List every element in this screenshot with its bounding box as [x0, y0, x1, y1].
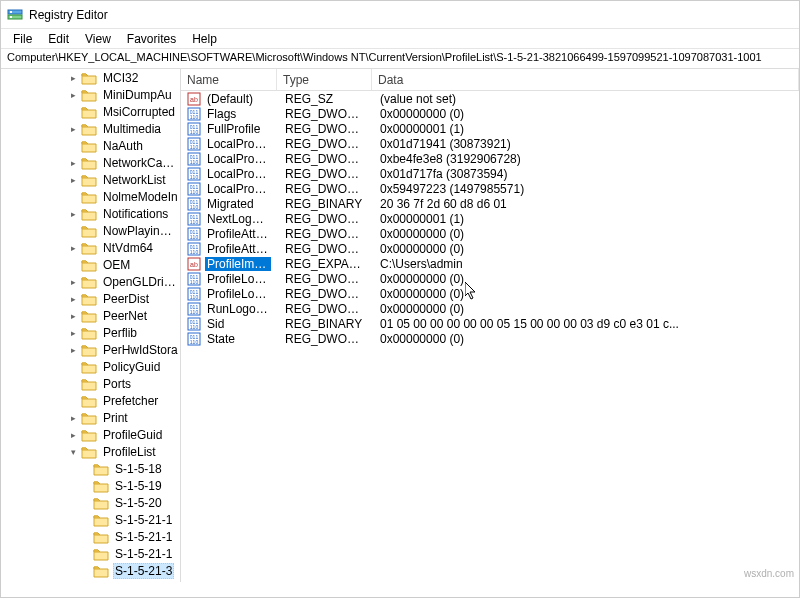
tree-item[interactable]: Prefetcher	[7, 392, 180, 409]
tree-item[interactable]: S-1-5-20	[7, 494, 180, 511]
tree-item[interactable]: S-1-5-18	[7, 460, 180, 477]
tree-item[interactable]: ▸ProfileNotifica	[7, 579, 180, 582]
chevron-icon[interactable]: ▾	[67, 446, 79, 458]
value-type: REG_SZ	[283, 92, 335, 106]
chevron-icon[interactable]: ▸	[67, 89, 79, 101]
menu-file[interactable]: File	[5, 30, 40, 48]
tree-item[interactable]: PolicyGuid	[7, 358, 180, 375]
tree-item[interactable]: NowPlayingSe	[7, 222, 180, 239]
chevron-icon	[79, 480, 91, 492]
value-row[interactable]: 011110StateREG_DWORD0x00000000 (0)	[181, 331, 799, 346]
tree-item[interactable]: NaAuth	[7, 137, 180, 154]
column-header-type[interactable]: Type	[277, 69, 372, 90]
value-name: Migrated	[205, 197, 256, 211]
chevron-icon[interactable]: ▸	[67, 208, 79, 220]
tree-item-label: Ports	[101, 377, 133, 391]
tree-item[interactable]: ▸MiniDumpAu	[7, 86, 180, 103]
value-row[interactable]: 011110ProfileAttempte...REG_DWORD0x00000…	[181, 226, 799, 241]
value-name: ProfileImagePath	[205, 257, 271, 271]
tree-item[interactable]: S-1-5-19	[7, 477, 180, 494]
value-row[interactable]: 011110FullProfileREG_DWORD0x00000001 (1)	[181, 121, 799, 136]
value-type: REG_DWORD	[283, 287, 366, 301]
column-header-name[interactable]: Name	[181, 69, 277, 90]
menu-help[interactable]: Help	[184, 30, 225, 48]
tree-item[interactable]: ▸NtVdm64	[7, 239, 180, 256]
tree-item[interactable]: OEM	[7, 256, 180, 273]
value-row[interactable]: ab(Default)REG_SZ(value not set)	[181, 91, 799, 106]
chevron-icon[interactable]: ▸	[67, 412, 79, 424]
value-row[interactable]: 011110RunLogonScript...REG_DWORD0x000000…	[181, 301, 799, 316]
tree-item[interactable]: S-1-5-21-1	[7, 545, 180, 562]
tree-item[interactable]: ▸Print	[7, 409, 180, 426]
value-type: REG_DWORD	[283, 302, 366, 316]
chevron-icon[interactable]: ▸	[67, 123, 79, 135]
value-name: LocalProfileLoa...	[205, 137, 271, 151]
tree-item[interactable]: Ports	[7, 375, 180, 392]
tree-item[interactable]: ▸PerHwIdStora	[7, 341, 180, 358]
horizontal-scrollbar[interactable]	[1, 582, 799, 598]
chevron-icon	[67, 106, 79, 118]
value-row[interactable]: 011110ProfileLoadTime...REG_DWORD0x00000…	[181, 286, 799, 301]
chevron-icon[interactable]: ▸	[67, 327, 79, 339]
tree-item[interactable]: ▸PeerNet	[7, 307, 180, 324]
tree-item[interactable]: ▸NetworkList	[7, 171, 180, 188]
value-name: RunLogonScript...	[205, 302, 271, 316]
value-row[interactable]: 011110LocalProfileLoa...REG_DWORD0xbe4fe…	[181, 151, 799, 166]
tree-item[interactable]: NolmeModeIn	[7, 188, 180, 205]
tree-item[interactable]: ▸MCI32	[7, 69, 180, 86]
chevron-icon[interactable]: ▸	[67, 157, 79, 169]
value-row[interactable]: 011110MigratedREG_BINARY20 36 7f 2d 60 d…	[181, 196, 799, 211]
value-name: NextLogonCach...	[205, 212, 271, 226]
value-data: (value not set)	[378, 92, 458, 106]
address-bar[interactable]: Computer\HKEY_LOCAL_MACHINE\SOFTWARE\Mic…	[1, 49, 799, 69]
tree-item[interactable]: S-1-5-21-3	[7, 562, 180, 579]
chevron-icon[interactable]: ▸	[67, 582, 79, 583]
menu-favorites[interactable]: Favorites	[119, 30, 184, 48]
value-row[interactable]: abProfileImagePathREG_EXPAND_SZC:\Users\…	[181, 256, 799, 271]
tree-item[interactable]: ▾ProfileList	[7, 443, 180, 460]
chevron-icon	[67, 191, 79, 203]
chevron-icon[interactable]: ▸	[67, 242, 79, 254]
svg-text:110: 110	[190, 249, 199, 255]
chevron-icon	[79, 497, 91, 509]
value-type: REG_DWORD	[283, 152, 366, 166]
tree-item[interactable]: S-1-5-21-1	[7, 511, 180, 528]
value-row[interactable]: 011110LocalProfileLoa...REG_DWORD0x01d71…	[181, 136, 799, 151]
chevron-icon[interactable]: ▸	[67, 174, 79, 186]
chevron-icon[interactable]: ▸	[67, 429, 79, 441]
tree-item[interactable]: ▸NetworkCards	[7, 154, 180, 171]
chevron-icon[interactable]: ▸	[67, 344, 79, 356]
value-row[interactable]: 011110ProfileLoadTime...REG_DWORD0x00000…	[181, 271, 799, 286]
menu-edit[interactable]: Edit	[40, 30, 77, 48]
tree-panel[interactable]: ▸MCI32▸MiniDumpAuMsiCorrupted▸Multimedia…	[1, 69, 181, 582]
value-type: REG_DWORD	[283, 182, 366, 196]
tree-item[interactable]: ▸OpenGLDrivers	[7, 273, 180, 290]
tree-item[interactable]: ▸ProfileGuid	[7, 426, 180, 443]
tree-item[interactable]: ▸PeerDist	[7, 290, 180, 307]
chevron-icon[interactable]: ▸	[67, 276, 79, 288]
value-row[interactable]: 011110LocalProfileUnlo...REG_DWORD0x5949…	[181, 181, 799, 196]
svg-text:110: 110	[190, 174, 199, 180]
tree-item[interactable]: S-1-5-21-1	[7, 528, 180, 545]
tree-item[interactable]: ▸Perflib	[7, 324, 180, 341]
value-type: REG_DWORD	[283, 137, 366, 151]
chevron-icon[interactable]: ▸	[67, 72, 79, 84]
column-header-data[interactable]: Data	[372, 69, 799, 90]
tree-item-label: Notifications	[101, 207, 170, 221]
value-row[interactable]: 011110LocalProfileUnlo...REG_DWORD0x01d7…	[181, 166, 799, 181]
menu-view[interactable]: View	[77, 30, 119, 48]
value-row[interactable]: 011110NextLogonCach...REG_DWORD0x0000000…	[181, 211, 799, 226]
chevron-icon[interactable]: ▸	[67, 310, 79, 322]
value-row[interactable]: 011110FlagsREG_DWORD0x00000000 (0)	[181, 106, 799, 121]
value-row[interactable]: 011110SidREG_BINARY01 05 00 00 00 00 00 …	[181, 316, 799, 331]
chevron-icon[interactable]: ▸	[67, 293, 79, 305]
tree-item-label: NtVdm64	[101, 241, 155, 255]
values-panel[interactable]: Name Type Data ab(Default)REG_SZ(value n…	[181, 69, 799, 582]
value-row[interactable]: 011110ProfileAttempte...REG_DWORD0x00000…	[181, 241, 799, 256]
value-data: 20 36 7f 2d 60 d8 d6 01	[378, 197, 509, 211]
tree-item-label: ProfileGuid	[101, 428, 164, 442]
tree-item[interactable]: ▸Notifications	[7, 205, 180, 222]
value-type: REG_DWORD	[283, 272, 366, 286]
tree-item[interactable]: ▸Multimedia	[7, 120, 180, 137]
tree-item[interactable]: MsiCorrupted	[7, 103, 180, 120]
